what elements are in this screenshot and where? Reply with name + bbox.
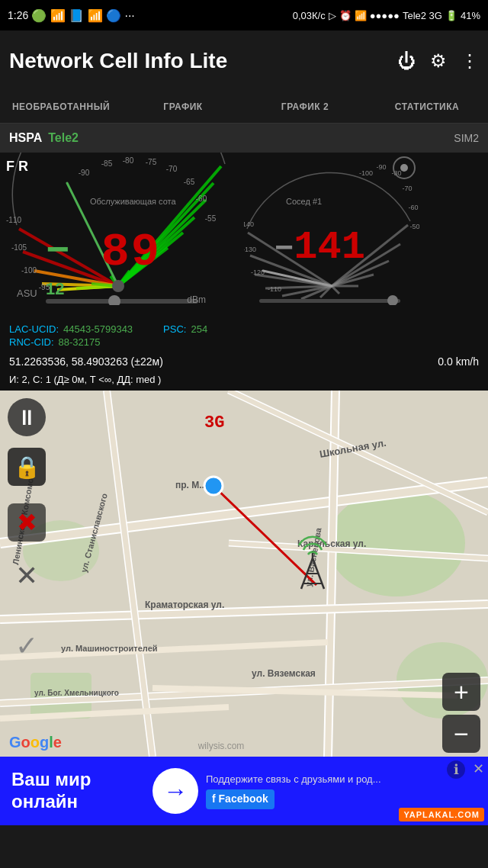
gauge-asu-value: 12: [46, 279, 64, 299]
app-bar: Network Cell Info Lite ⏻ ⚙ ⋮: [0, 31, 488, 92]
cell-info: LAC-UCID: 44543-5799343 RNC-CID: 88-3217…: [0, 320, 488, 352]
status-left: 1:26 🟢 📶 📘 📶 🔵 ···: [8, 8, 135, 23]
svg-text:ул. Бог. Хмельницкого: ул. Бог. Хмельницкого: [34, 689, 119, 697]
svg-text:-105: -105: [11, 243, 27, 252]
technology-label: HSPA: [9, 131, 42, 145]
map-3g-label: 3G: [204, 413, 224, 432]
svg-text:-85: -85: [101, 159, 113, 168]
power-icon[interactable]: ⏻: [398, 50, 416, 72]
cancel-red-button[interactable]: ✖: [8, 503, 46, 542]
svg-text:-140: -140: [244, 220, 254, 228]
lac-label: LAC-UCID:: [9, 323, 59, 335]
svg-point-65: [204, 477, 223, 495]
signal-text: И: 2, С: 1 (Д≥ 0м, Т <∞, ДД: med ): [9, 374, 161, 385]
carrier-label: Tele2 3G: [403, 10, 442, 21]
lock-button[interactable]: 🔒: [8, 448, 46, 486]
svg-text:-90: -90: [79, 169, 90, 177]
banner-left: HSPA Tele2: [9, 131, 79, 145]
network-speed: 0,03К/с: [293, 10, 326, 21]
left-gauge: F R: [0, 153, 236, 320]
right-gauge: -140 -130 -120 -110 -100 -90 -80 -70 -60…: [244, 153, 419, 320]
svg-text:-80: -80: [123, 156, 134, 165]
ad-text: Ваш мир онлайн: [0, 761, 152, 821]
svg-text:-110: -110: [268, 285, 281, 293]
ad-right-text: Поддержите связь с друзьями и род...: [206, 773, 480, 786]
svg-text:-65: -65: [184, 178, 195, 186]
battery-pct: 41%: [461, 10, 480, 21]
neighbor-label: Сосед #1: [286, 197, 322, 206]
signal-info: И: 2, С: 1 (Д≥ 0м, Т <∞, ДД: med ): [0, 371, 488, 391]
gauge-asu-label: ASU: [17, 288, 37, 299]
svg-text:Краматорская ул.: Краматорская ул.: [145, 600, 224, 610]
svg-rect-15: [46, 299, 198, 304]
signal-dots: ●●●●●: [370, 10, 400, 21]
pause-button[interactable]: ⏸: [8, 398, 46, 436]
ad-text-line2: онлайн: [11, 791, 141, 813]
map-area[interactable]: Школьная ул. Карельская ул. Ленинского К…: [0, 391, 488, 757]
tab-bar: НЕОБРАБОТАННЫЙ ГРАФИК ГРАФИК 2 СТАТИСТИК…: [0, 92, 488, 124]
ad-arrow[interactable]: →: [152, 768, 198, 814]
svg-rect-30: [259, 299, 400, 303]
svg-text:-120: -120: [251, 268, 265, 276]
fb-label[interactable]: f Facebook: [206, 789, 274, 809]
status-bar: 1:26 🟢 📶 📘 📶 🔵 ··· 0,03К/с ▷ ⏰ 📶 ●●●●● T…: [0, 0, 488, 31]
settings-icon[interactable]: ⚙: [430, 50, 447, 72]
status-right: 0,03К/с ▷ ⏰ 📶 ●●●●● Tele2 3G 🔋 41%: [293, 10, 480, 21]
cancel-button[interactable]: ✕: [8, 557, 46, 595]
wifi-icon: 📶: [355, 10, 367, 21]
ad-banner[interactable]: Ваш мир онлайн → Поддержите связь с друз…: [0, 757, 488, 825]
svg-text:wilysis.com: wilysis.com: [197, 741, 245, 751]
gps-info: 51.2263536, 58.4903263 (±22м) 0.0 km/h: [0, 352, 488, 371]
svg-text:-75: -75: [146, 158, 157, 166]
alarm-icon: ⏰: [339, 10, 352, 21]
more-icon[interactable]: ⋮: [461, 50, 479, 72]
svg-text:пр. М...: пр. М...: [175, 480, 207, 490]
svg-text:-55: -55: [205, 214, 217, 223]
battery-icon: 🔋: [445, 10, 458, 21]
svg-point-31: [387, 295, 398, 305]
zoom-in-button[interactable]: +: [442, 673, 480, 711]
gps-coords: 51.2263536, 58.4903263 (±22м): [9, 355, 163, 368]
svg-text:ул. Вяземская: ул. Вяземская: [252, 668, 316, 679]
status-time: 1:26: [8, 9, 28, 21]
ad-text-line1: Ваш мир: [11, 769, 141, 791]
svg-text:-130: -130: [244, 246, 256, 253]
check-button[interactable]: ✓: [8, 627, 46, 665]
svg-text:Карельская ул.: Карельская ул.: [297, 538, 366, 549]
svg-text:-70: -70: [402, 185, 412, 192]
map-svg: Школьная ул. Карельская ул. Ленинского К…: [0, 391, 488, 757]
app-title: Network Cell Info Lite: [9, 49, 227, 73]
svg-text:-50: -50: [409, 223, 419, 230]
svg-text:-100: -100: [21, 266, 37, 275]
tab-graph2[interactable]: ГРАФИК 2: [244, 92, 366, 123]
svg-point-16: [108, 295, 120, 305]
serving-cell-label: Обслуживающая сота: [90, 197, 176, 206]
sim-label: SIM2: [454, 132, 479, 144]
cell-info-left: LAC-UCID: 44543-5799343 RNC-CID: 88-3217…: [9, 323, 133, 348]
gauges-area: F R: [0, 153, 488, 320]
carrier-banner-label: Tele2: [48, 131, 79, 145]
psc-label: PSC:: [163, 323, 186, 335]
app-bar-icons: ⏻ ⚙ ⋮: [398, 50, 479, 72]
info-banner: HSPA Tele2 SIM2: [0, 124, 488, 153]
svg-text:-100: -100: [359, 169, 373, 177]
zoom-out-button[interactable]: −: [442, 715, 480, 753]
right-gauge-value: −141: [274, 225, 365, 270]
tab-graph[interactable]: ГРАФИК: [122, 92, 244, 123]
svg-text:-90: -90: [376, 163, 386, 171]
ad-info-button[interactable]: ℹ: [447, 760, 465, 779]
status-icons: 🟢 📶 📘 📶 🔵 ···: [31, 8, 135, 23]
svg-text:-110: -110: [6, 216, 21, 224]
svg-text:-70: -70: [166, 165, 178, 173]
gauge-value: − 89: [46, 225, 161, 279]
tab-raw[interactable]: НЕОБРАБОТАННЫЙ: [0, 92, 122, 123]
gauge-dbm-label: dBm: [187, 294, 206, 305]
svg-text:Google: Google: [9, 734, 62, 751]
ad-close-button[interactable]: ✕: [473, 760, 484, 777]
rnc-label: RNC-CID:: [9, 336, 54, 348]
svg-point-28: [400, 164, 408, 172]
lac-value: 44543-5799343: [63, 323, 133, 335]
tab-stats[interactable]: СТАТИСТИКА: [366, 92, 488, 123]
svg-text:ул. Машиностроителей: ул. Машиностроителей: [61, 644, 158, 653]
psc-value: 254: [191, 323, 207, 335]
